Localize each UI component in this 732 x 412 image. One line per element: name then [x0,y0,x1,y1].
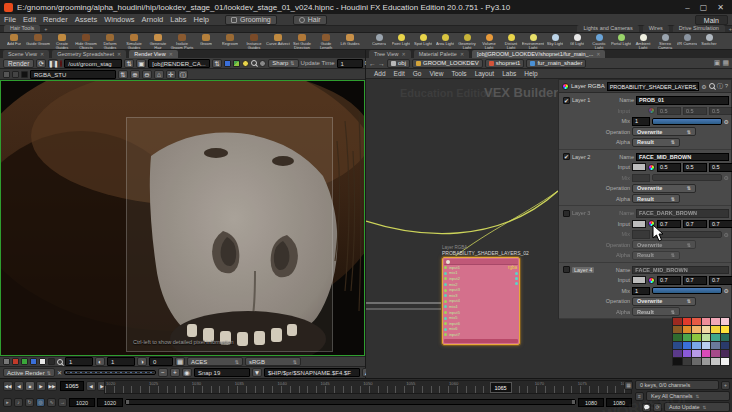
palette-swatch[interactable] [692,334,701,341]
menu-item[interactable]: Windows [104,15,134,24]
palette-swatch[interactable] [702,342,711,349]
red-channel-icon[interactable] [12,358,19,365]
input-b-field[interactable]: 0.7 [709,220,732,229]
vop-node[interactable]: Layer RGBA PROBABILITY_SHADER_LAYERS_02 … [442,245,522,345]
palette-swatch[interactable] [702,358,711,365]
pane-tab[interactable]: [obj]GROOM_LOOKDEV/shopnet1/fur_main_...… [472,50,605,58]
shelf-tool[interactable]: Groom [194,34,218,46]
layer-enable-checkbox[interactable] [563,266,570,273]
node-output-connectors[interactable] [515,272,518,285]
step-back-icon[interactable]: ◀ [14,381,24,391]
stop-render-icon[interactable] [60,60,62,67]
shelf-tool[interactable]: Isolate Groom Parts [170,34,194,49]
magnify-icon[interactable] [251,60,257,66]
color-swatch[interactable] [632,163,646,171]
palette-swatch[interactable] [673,334,682,341]
shelf-tool[interactable]: Guide Groom [26,34,50,46]
operation-dropdown[interactable]: Overwrite⇅ [632,184,696,193]
shelf-tool[interactable]: Camera [368,34,390,46]
input-r-field[interactable]: 0.7 [657,276,681,285]
palette-swatch[interactable] [692,350,701,357]
palette-swatch[interactable] [692,358,701,365]
network-menu-item[interactable]: Tools [451,70,466,77]
palette-swatch[interactable] [721,358,730,365]
palette-swatch[interactable] [692,326,701,333]
breadcrumb-item[interactable]: shopnet1 [485,59,525,68]
mix-field[interactable] [632,174,650,183]
snapshot-name-field[interactable]: Snap 19 [194,368,250,377]
palette-swatch[interactable] [711,334,720,341]
snapshot-path-field[interactable]: $HIP/$pr/$SNAPNAME.$F4.$F [264,368,360,377]
exposure-field[interactable]: 0 [149,357,173,366]
lut-toggle-icon[interactable]: ▦ [175,357,185,366]
input-g-field[interactable]: 0.5 [683,107,707,116]
alpha-channel-icon[interactable] [39,358,46,365]
shelf-tool[interactable]: Distant Light [500,34,522,49]
update-time-field[interactable]: 1 [337,59,363,68]
follow-playhead-icon[interactable]: ◎ [36,398,45,407]
rop-spinner-icon[interactable]: ⇅ [124,59,134,68]
shelf-tool[interactable]: Caustic Light [588,34,610,49]
jump-end-icon[interactable]: ▶▶ [47,381,57,391]
pin-network-icon[interactable]: ▣ [714,59,721,67]
layer-name-field[interactable]: PROB_01 [636,96,729,105]
palette-swatch[interactable] [673,358,682,365]
network-menu-item[interactable]: Layout [475,70,495,77]
palette-swatch[interactable] [673,342,682,349]
shelf-tool[interactable]: Deform Guides [98,34,122,49]
input-g-field[interactable]: 0.5 [683,163,707,172]
shelf-tab[interactable]: Lights and Cameras [577,25,638,32]
palette-swatch[interactable] [683,342,692,349]
render-camera-selector[interactable]: [obj]RENDER_CA... [148,59,210,68]
shelf-tool[interactable]: Stereo Camera [654,34,676,49]
range-slider[interactable] [125,399,576,405]
color-wheel-icon[interactable] [648,107,655,114]
save-rop-icon[interactable]: ▣ [136,59,146,68]
palette-swatch[interactable] [683,350,692,357]
close-tab-icon[interactable]: ✕ [460,50,464,58]
menu-item[interactable]: Edit [23,15,36,24]
info-icon[interactable]: ⓘ [717,82,723,91]
play-icon[interactable]: ▶ [36,381,46,391]
palette-swatch[interactable] [673,350,682,357]
snap-prev-button[interactable]: − [158,368,168,377]
shelf-tool[interactable]: Simulate Guides [122,34,146,49]
loop-toggle-icon[interactable]: ↻ [25,398,34,407]
shelf-tool[interactable]: Ambient Light [632,34,654,49]
palette-swatch[interactable] [692,342,701,349]
current-frame-field[interactable]: 1065 [60,381,84,391]
palette-swatch[interactable] [721,318,730,325]
network-menu-item[interactable]: View [429,70,443,77]
green-channel-icon[interactable] [21,358,28,365]
material-ball-icon[interactable] [259,60,266,67]
alpha-dropdown[interactable]: Result⇅ [632,251,680,260]
zoom-in-icon[interactable]: ⊕ [130,70,140,79]
bg-color-swatch[interactable] [21,71,28,78]
color-swatch[interactable] [632,276,646,284]
palette-swatch[interactable] [711,318,720,325]
zoom-level-field[interactable]: 1 [65,357,93,366]
add-shelf-tab-button[interactable]: + [44,26,47,32]
palette-swatch[interactable] [692,318,701,325]
input-connector-icon[interactable] [444,322,447,325]
palette-swatch[interactable] [711,358,720,365]
global-start-field[interactable]: 1020 [69,398,95,407]
shelf-tab[interactable]: Wires [643,25,669,32]
playback-start-field[interactable]: 1020 [97,398,123,407]
render-viewport[interactable]: Ctrl-left to show detailed pixel informa… [0,80,365,356]
pane-tab[interactable]: Render View✕ [129,50,178,58]
input-connector-icon[interactable] [444,283,447,286]
breadcrumb-item[interactable]: fur_main_shader [526,59,586,68]
color-wheel-icon[interactable] [648,277,655,284]
pan-icon[interactable]: ✛ [166,70,176,79]
gamma-icon[interactable]: ◐ [95,357,105,366]
radial-menu-hair[interactable]: Hair [293,15,327,25]
palette-swatch[interactable] [673,326,682,333]
close-button[interactable]: ✕ [717,3,724,12]
shelf-tool[interactable]: Add Fur [2,34,26,46]
pane-tab[interactable]: Scene View✕ [3,50,49,58]
shelf-tool[interactable]: Sky Light [544,34,566,46]
alpha-dropdown[interactable]: Result⇅ [632,307,680,316]
layer-name-field[interactable]: FACE_MID_BROWN [636,153,729,162]
input-r-field[interactable]: 0.5 [657,107,681,116]
